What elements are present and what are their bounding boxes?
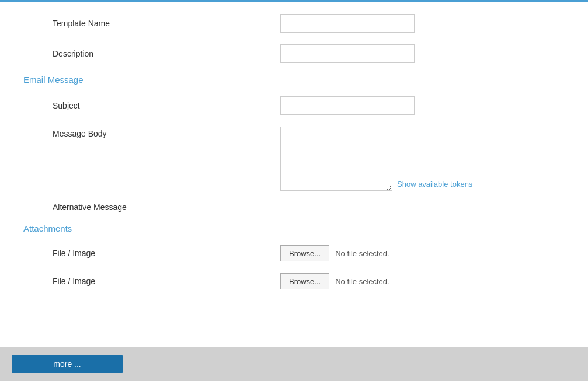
alternative-message-label: Alternative Message	[23, 202, 280, 212]
template-name-label: Template Name	[23, 19, 280, 28]
file-input-wrapper-1: Browse... No file selected.	[280, 245, 389, 261]
message-body-wrapper: Show available tokens	[280, 127, 472, 191]
message-body-right-panel: Show available tokens	[280, 127, 472, 191]
more-button[interactable]: more ...	[12, 355, 123, 373]
message-body-row: Message Body Show available tokens	[23, 127, 565, 191]
attachments-heading: Attachments	[23, 223, 565, 233]
description-row: Description	[23, 44, 565, 63]
file-image-row-2: File / Image Browse... No file selected.	[23, 273, 565, 289]
bottom-bar: more ...	[0, 347, 588, 381]
file-image-row-1: File / Image Browse... No file selected.	[23, 245, 565, 261]
show-available-tokens-link[interactable]: Show available tokens	[397, 180, 472, 188]
browse-button-2[interactable]: Browse...	[280, 273, 329, 289]
template-name-input[interactable]	[280, 14, 415, 33]
no-file-text-2: No file selected.	[335, 277, 389, 286]
email-message-heading: Email Message	[23, 75, 565, 85]
template-name-row: Template Name	[23, 14, 565, 33]
description-label: Description	[23, 49, 280, 58]
main-form-area: Template Name Description Email Message …	[0, 2, 588, 349]
file-image-label-1: File / Image	[23, 249, 280, 258]
browse-button-1[interactable]: Browse...	[280, 245, 329, 261]
message-body-label: Message Body	[23, 127, 280, 138]
subject-label: Subject	[23, 101, 280, 110]
file-input-wrapper-2: Browse... No file selected.	[280, 273, 389, 289]
no-file-text-1: No file selected.	[335, 249, 389, 258]
subject-row: Subject	[23, 96, 565, 115]
alternative-message-row: Alternative Message	[23, 202, 565, 212]
subject-input[interactable]	[280, 96, 415, 115]
message-body-textarea[interactable]	[280, 127, 392, 191]
description-input[interactable]	[280, 44, 415, 63]
file-image-label-2: File / Image	[23, 277, 280, 286]
